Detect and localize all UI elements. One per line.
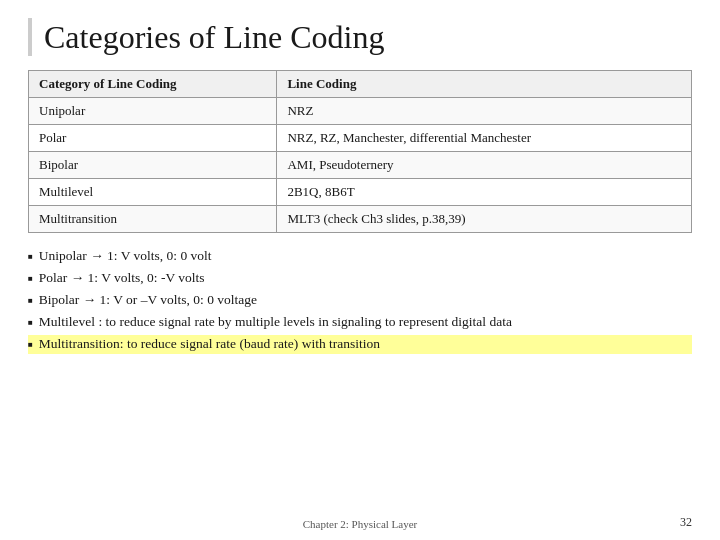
bullet-icon: ■ <box>28 273 33 284</box>
bullet-text: Multitransition: to reduce signal rate (… <box>39 335 380 354</box>
table-cell-category: Multitransition <box>29 206 277 233</box>
table-row: BipolarAMI, Pseudoternery <box>29 152 692 179</box>
list-item: ■Bipolar → 1: V or –V volts, 0: 0 voltag… <box>28 291 692 310</box>
footer-page: 32 <box>680 515 692 530</box>
bullet-icon: ■ <box>28 339 33 350</box>
col-header-category: Category of Line Coding <box>29 71 277 98</box>
table-header-row: Category of Line Coding Line Coding <box>29 71 692 98</box>
bullet-icon: ■ <box>28 251 33 262</box>
table-cell-coding: 2B1Q, 8B6T <box>277 179 692 206</box>
table-cell-category: Polar <box>29 125 277 152</box>
bullet-icon: ■ <box>28 295 33 306</box>
bullet-text: Multilevel : to reduce signal rate by mu… <box>39 313 512 332</box>
table-cell-coding: MLT3 (check Ch3 slides, p.38,39) <box>277 206 692 233</box>
table-cell-category: Bipolar <box>29 152 277 179</box>
list-item: ■Multitransition: to reduce signal rate … <box>28 335 692 354</box>
table-row: MultitransitionMLT3 (check Ch3 slides, p… <box>29 206 692 233</box>
line-coding-table: Category of Line Coding Line Coding Unip… <box>28 70 692 233</box>
table-cell-coding: NRZ, RZ, Manchester, differential Manche… <box>277 125 692 152</box>
table-row: PolarNRZ, RZ, Manchester, differential M… <box>29 125 692 152</box>
table-row: UnipolarNRZ <box>29 98 692 125</box>
slide-container: Categories of Line Coding Category of Li… <box>0 0 720 540</box>
bullet-text: Bipolar → 1: V or –V volts, 0: 0 voltage <box>39 291 257 310</box>
bullet-icon: ■ <box>28 317 33 328</box>
bullet-list: ■Unipolar → 1: V volts, 0: 0 volt■Polar … <box>28 247 692 353</box>
col-header-coding: Line Coding <box>277 71 692 98</box>
table-cell-coding: NRZ <box>277 98 692 125</box>
table-cell-coding: AMI, Pseudoternery <box>277 152 692 179</box>
page-title: Categories of Line Coding <box>28 18 692 56</box>
bullet-text: Polar → 1: V volts, 0: -V volts <box>39 269 205 288</box>
table-cell-category: Multilevel <box>29 179 277 206</box>
list-item: ■Multilevel : to reduce signal rate by m… <box>28 313 692 332</box>
table-cell-category: Unipolar <box>29 98 277 125</box>
footer-chapter: Chapter 2: Physical Layer <box>303 518 418 530</box>
list-item: ■Polar → 1: V volts, 0: -V volts <box>28 269 692 288</box>
list-item: ■Unipolar → 1: V volts, 0: 0 volt <box>28 247 692 266</box>
bullet-text: Unipolar → 1: V volts, 0: 0 volt <box>39 247 212 266</box>
table-row: Multilevel2B1Q, 8B6T <box>29 179 692 206</box>
footer: Chapter 2: Physical Layer <box>0 518 720 530</box>
